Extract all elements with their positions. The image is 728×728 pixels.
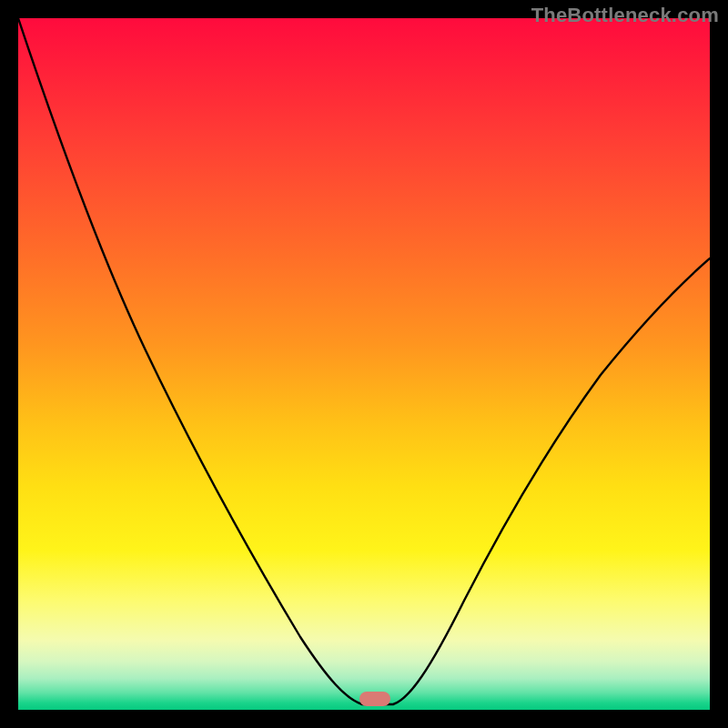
optimal-marker [359, 692, 390, 706]
plot-area [18, 18, 710, 710]
bottleneck-curve [18, 18, 710, 710]
curve-path [18, 18, 710, 704]
chart-frame: TheBottleneck.com [0, 0, 728, 728]
watermark-label: TheBottleneck.com [531, 4, 719, 27]
